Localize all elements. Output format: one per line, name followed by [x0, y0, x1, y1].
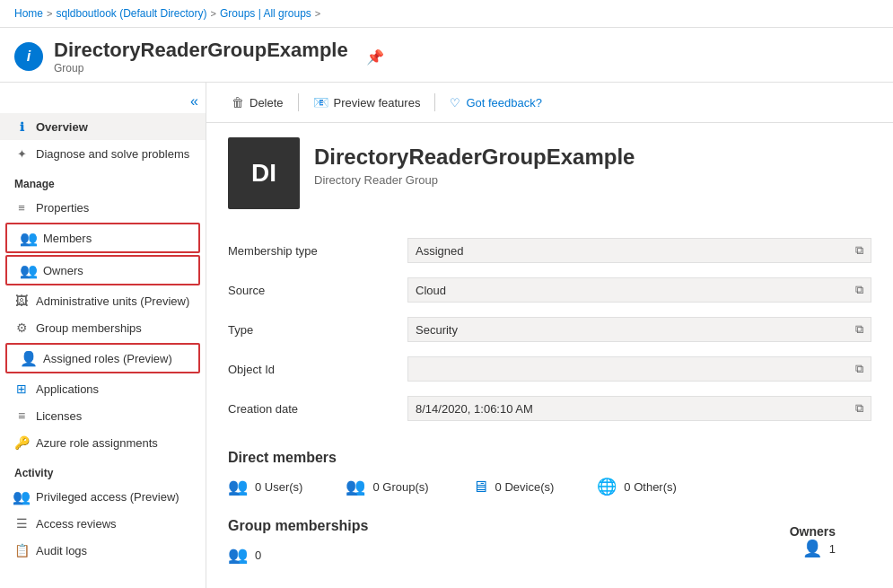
creation-date-copy[interactable]: ⧉	[855, 401, 863, 416]
licenses-icon: ≡	[14, 408, 29, 423]
sidebar-item-audit-logs-label: Audit logs	[36, 544, 87, 557]
feedback-button[interactable]: ♡ Got feedback?	[439, 91, 553, 115]
groups-stat-icon: 👥	[346, 477, 365, 496]
feedback-heart-icon: ♡	[450, 96, 460, 110]
page-title: DirectoryReaderGroupExample	[54, 39, 348, 62]
sidebar-item-owners[interactable]: 👥 Owners	[7, 257, 198, 284]
delete-icon: 🗑	[232, 95, 244, 110]
pin-icon[interactable]: 📌	[366, 48, 384, 66]
access-reviews-icon: ☰	[14, 516, 29, 531]
sidebar-item-properties-label: Properties	[36, 201, 89, 215]
activity-section-label: Activity	[0, 456, 206, 483]
preview-features-button[interactable]: 📧 Preview features	[302, 90, 432, 115]
toolbar-divider-1	[298, 93, 299, 111]
memberships-count-row: 👥 0	[228, 545, 368, 565]
owners-count-icon: 👤	[802, 539, 822, 558]
groups-stat-value: 0 Group(s)	[372, 480, 428, 494]
sidebar-item-access-reviews[interactable]: ☰ Access reviews	[0, 510, 206, 537]
devices-stat[interactable]: 🖥 0 Device(s)	[472, 478, 555, 496]
creation-date-value-box: 8/14/2020, 1:06:10 AM ⧉	[407, 396, 871, 421]
source-copy[interactable]: ⧉	[855, 283, 863, 297]
sidebar-item-admin-units-label: Administrative units (Preview)	[36, 294, 189, 308]
delete-label: Delete	[250, 96, 284, 110]
users-stat[interactable]: 👥 0 User(s)	[228, 477, 302, 496]
type-value: Security	[416, 323, 458, 337]
sidebar-item-assigned-roles[interactable]: 👤 Assigned roles (Preview)	[7, 345, 198, 372]
sidebar-item-privileged-access-label: Privileged access (Preview)	[36, 490, 179, 504]
membership-type-row: Membership type Assigned ⧉	[228, 231, 871, 270]
group-name-section: DirectoryReaderGroupExample Directory Re…	[314, 137, 635, 187]
overview-icon: ℹ	[14, 119, 29, 134]
membership-type-value-box: Assigned ⧉	[407, 238, 871, 263]
privileged-access-icon: 👥	[14, 489, 29, 504]
breadcrumb-directory[interactable]: sqldboutlook (Default Directory)	[56, 7, 206, 20]
sidebar-item-azure-roles[interactable]: 🔑 Azure role assignments	[0, 429, 206, 456]
group-description: Directory Reader Group	[314, 173, 635, 187]
memberships-count: 0	[255, 549, 261, 562]
delete-button[interactable]: 🗑 Delete	[221, 90, 294, 115]
object-id-copy[interactable]: ⧉	[855, 362, 863, 376]
users-stat-value: 0 User(s)	[255, 480, 302, 494]
owners-icon: 👥	[22, 263, 36, 277]
feedback-label: Got feedback?	[466, 96, 542, 110]
sidebar-item-licenses-label: Licenses	[36, 409, 82, 423]
sidebar-item-overview[interactable]: ℹ Overview	[0, 113, 206, 140]
group-memberships-row: Group memberships 👥 0 Owners 👤 1	[228, 518, 871, 565]
devices-stat-icon: 🖥	[472, 478, 488, 496]
sidebar-item-audit-logs[interactable]: 📋 Audit logs	[0, 537, 206, 564]
sidebar-item-owners-wrapper: 👥 Owners	[5, 255, 200, 285]
sidebar-collapse-button[interactable]: «	[190, 93, 198, 110]
type-value-box: Security ⧉	[407, 317, 871, 342]
sidebar-item-applications[interactable]: ⊞ Applications	[0, 375, 206, 402]
breadcrumb: Home > sqldboutlook (Default Directory) …	[0, 0, 893, 28]
sidebar-item-privileged-access[interactable]: 👥 Privileged access (Preview)	[0, 483, 206, 510]
membership-type-value: Assigned	[416, 244, 463, 258]
page-header: i DirectoryReaderGroupExample Group 📌	[0, 28, 893, 83]
sidebar-item-diagnose-label: Diagnose and solve problems	[36, 147, 189, 161]
users-stat-icon: 👥	[228, 477, 248, 496]
properties-icon: ≡	[14, 200, 29, 215]
manage-section-label: Manage	[0, 167, 206, 194]
sidebar-item-members[interactable]: 👥 Members	[7, 224, 198, 251]
preview-label: Preview features	[334, 96, 421, 110]
preview-icon: 📧	[313, 95, 328, 110]
memberships-left-section: Group memberships 👥 0	[228, 518, 368, 565]
main-layout: « ℹ Overview ✦ Diagnose and solve proble…	[0, 83, 893, 588]
azure-roles-icon: 🔑	[14, 435, 29, 450]
sidebar: « ℹ Overview ✦ Diagnose and solve proble…	[0, 83, 206, 588]
breadcrumb-groups[interactable]: Groups | All groups	[220, 7, 311, 20]
header-text: DirectoryReaderGroupExample Group	[54, 39, 348, 75]
type-label: Type	[228, 310, 407, 349]
sidebar-item-group-memberships-label: Group memberships	[36, 321, 142, 335]
assigned-roles-icon: 👤	[22, 351, 36, 365]
creation-date-row: Creation date 8/14/2020, 1:06:10 AM ⧉	[228, 389, 871, 428]
devices-stat-value: 0 Device(s)	[495, 480, 555, 494]
direct-members-title: Direct members	[228, 450, 871, 466]
admin-units-icon: 🖼	[14, 294, 29, 308]
sidebar-item-admin-units[interactable]: 🖼 Administrative units (Preview)	[0, 287, 206, 314]
sidebar-item-members-label: Members	[43, 232, 92, 245]
membership-type-copy[interactable]: ⧉	[855, 243, 863, 258]
breadcrumb-sep-1: >	[47, 8, 52, 19]
owners-count-row: 👤 1	[790, 539, 836, 558]
sidebar-item-diagnose[interactable]: ✦ Diagnose and solve problems	[0, 140, 206, 167]
sidebar-item-group-memberships[interactable]: ⚙ Group memberships	[0, 314, 206, 341]
groups-stat[interactable]: 👥 0 Group(s)	[346, 477, 428, 496]
type-row: Type Security ⧉	[228, 310, 871, 349]
sidebar-item-assigned-roles-label: Assigned roles (Preview)	[43, 352, 172, 365]
applications-icon: ⊞	[14, 382, 29, 396]
others-stat[interactable]: 🌐 0 Other(s)	[597, 477, 677, 496]
type-copy[interactable]: ⧉	[855, 322, 863, 337]
sidebar-item-licenses[interactable]: ≡ Licenses	[0, 402, 206, 429]
members-icon: 👥	[22, 231, 36, 245]
membership-type-label: Membership type	[228, 231, 407, 270]
sidebar-item-properties[interactable]: ≡ Properties	[0, 194, 206, 221]
object-id-row: Object Id ⧉	[228, 349, 871, 389]
breadcrumb-home[interactable]: Home	[14, 7, 43, 20]
group-identity: DI DirectoryReaderGroupExample Directory…	[228, 137, 871, 209]
memberships-right-section: Owners 👤 1	[790, 524, 871, 558]
owners-label: Owners	[790, 524, 836, 539]
object-id-value-box: ⧉	[407, 356, 871, 382]
toolbar-divider-2	[434, 93, 435, 111]
breadcrumb-sep-3: >	[315, 8, 320, 19]
